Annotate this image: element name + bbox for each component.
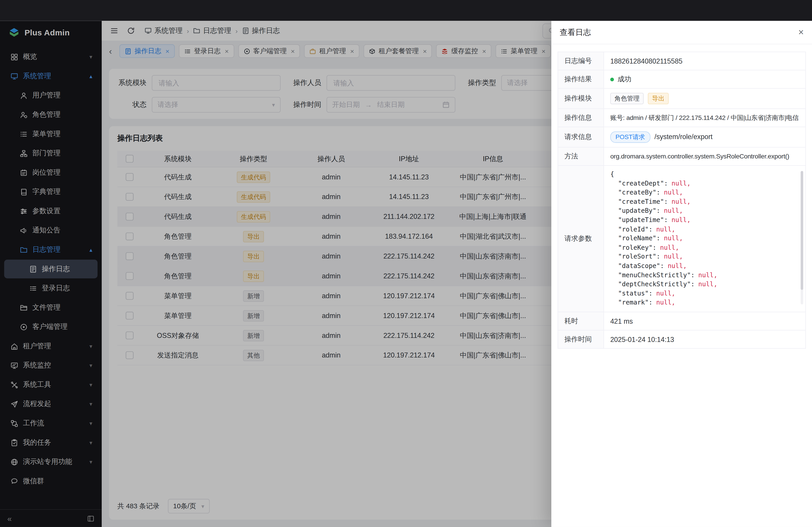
success-dot-icon [610,78,614,81]
module-value: 角色管理导出 [604,88,806,109]
close-icon[interactable]: × [798,28,804,37]
detail-row-module: 操作模块 角色管理导出 [558,88,806,109]
request-info-value: POST请求/system/role/export [604,127,806,147]
result-value: 成功 [604,70,806,88]
operation-time-value: 2025-01-24 10:14:13 [604,330,806,348]
detail-row-log-id: 日志编号 1882612840802115585 [558,52,806,70]
detail-row-time: 操作时间 2025-01-24 10:14:13 [558,330,806,348]
detail-row-request: 请求信息 POST请求/system/role/export [558,127,806,147]
request-params-json[interactable]: { "createDept":null, "createBy":null, "c… [610,170,803,308]
operation-type-tag: 导出 [648,93,669,104]
method-value: org.dromara.system.controller.system.Sys… [604,147,806,165]
module-tag: 角色管理 [610,93,644,104]
drawer-body: 日志编号 1882612840802115585 操作结果 成功 操作模块 角色… [551,44,812,527]
detail-row-result: 操作结果 成功 [558,70,806,88]
detail-row-duration: 耗时 421 ms [558,312,806,330]
detail-row-info: 操作信息 账号: admin / 研发部门 / 222.175.114.242 … [558,109,806,127]
request-url: /system/role/export [654,133,712,141]
log-id-value: 1882612840802115585 [604,52,806,70]
drawer-title: 查看日志 [560,27,591,37]
detail-row-method: 方法 org.dromara.system.controller.system.… [558,147,806,165]
log-detail-table: 日志编号 1882612840802115585 操作结果 成功 操作模块 角色… [557,51,806,349]
app-frame: Plus Admin 概览 ▾ 系统管理 ▴ 用户管理 [0,21,812,527]
duration-value: 421 ms [604,312,806,330]
detail-row-params: 请求参数 { "createDept":null, "createBy":nul… [558,165,806,312]
screen: Plus Admin 概览 ▾ 系统管理 ▴ 用户管理 [0,0,812,527]
code-scrollbar[interactable] [801,171,803,304]
post-method-tag: POST请求 [610,132,650,143]
window-titlebar [0,0,812,21]
operation-info-value: 账号: admin / 研发部门 / 222.175.114.242 / 中国|… [604,109,806,127]
code-scrollbar-thumb[interactable] [801,171,803,290]
view-log-drawer: 查看日志 × 日志编号 1882612840802115585 操作结果 成功 [551,21,812,527]
drawer-header: 查看日志 × [551,21,812,44]
